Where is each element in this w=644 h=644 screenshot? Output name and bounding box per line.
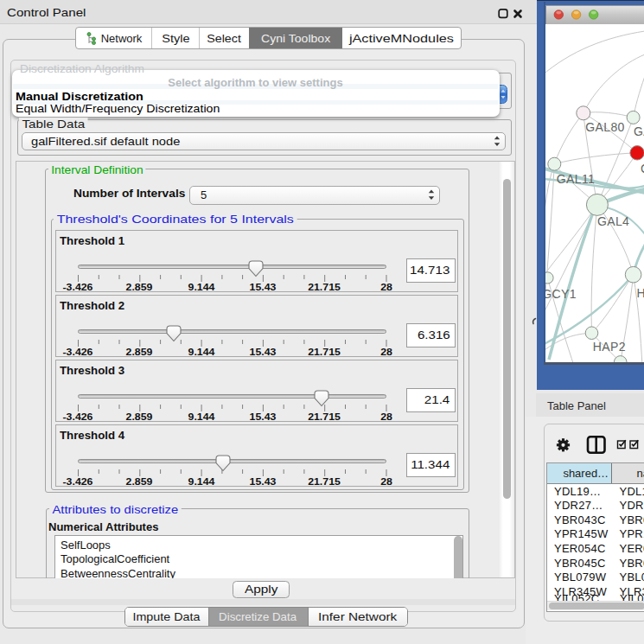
svg-text:GCY1: GCY1 <box>545 286 577 300</box>
svg-text:C: C <box>641 161 644 175</box>
svg-text:GAL4: GAL4 <box>597 214 629 227</box>
svg-text:H: H <box>637 285 644 299</box>
svg-text:GAL11: GAL11 <box>557 171 596 185</box>
svg-text:GAL80: GAL80 <box>585 119 625 133</box>
svg-text:GA: GA <box>634 124 644 138</box>
svg-text:HAP2: HAP2 <box>593 340 626 354</box>
